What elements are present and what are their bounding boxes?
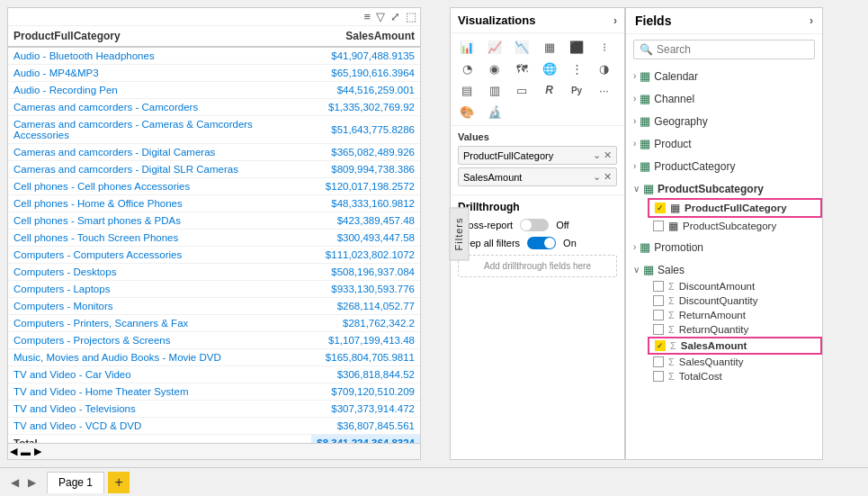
scroll-right-icon[interactable]: ▶ <box>34 446 41 457</box>
viz-matrix-icon[interactable]: ▥ <box>484 80 506 100</box>
field-group-header-sales[interactable]: ∨▦Sales <box>626 260 822 279</box>
dotted-border-icon[interactable]: ⬚ <box>406 10 416 23</box>
search-input[interactable] <box>657 43 809 56</box>
viz-title: Visualizations <box>458 14 535 27</box>
viz-bar-icon[interactable]: 📊 <box>456 37 478 57</box>
field-checkbox[interactable] <box>653 356 664 367</box>
chevron-icon: › <box>633 242 636 252</box>
viz-pie-icon[interactable]: ◔ <box>456 59 478 78</box>
field-group-productsubcategory: ∨▦ProductSubcategory✓▦ProductFullCategor… <box>626 177 822 236</box>
field-pill-category-expand[interactable]: ⌄ <box>593 149 601 161</box>
table-row: Computers - Projectors & Screens$1,107,1… <box>8 332 420 349</box>
field-checkbox[interactable]: ✓ <box>655 340 666 351</box>
table-row: Cameras and camcorders - Digital Cameras… <box>8 144 420 161</box>
table-cell-category: Computers - Desktops <box>8 264 311 281</box>
field-checkbox[interactable]: ✓ <box>655 203 666 213</box>
viz-line-icon[interactable]: 📈 <box>484 37 506 57</box>
nav-left-icon[interactable]: ◀ <box>7 474 22 491</box>
field-group-header-product[interactable]: ›▦Product <box>626 134 822 153</box>
field-item-salesquantity[interactable]: ΣSalesQuantity <box>648 355 822 369</box>
viz-area-icon[interactable]: 📉 <box>511 37 532 57</box>
field-group-header-productsubcategory[interactable]: ∨▦ProductSubcategory <box>626 179 822 198</box>
field-checkbox[interactable] <box>653 324 664 335</box>
field-item-salesamount[interactable]: ✓ΣSalesAmount <box>648 337 822 355</box>
table-cell-category: Computers - Laptops <box>8 281 311 298</box>
field-item-productsubcategory[interactable]: ▦ProductSubcategory <box>648 218 822 234</box>
field-group-header-geography[interactable]: ›▦Geography <box>626 112 822 131</box>
expand-icon[interactable]: ⤢ <box>390 10 400 23</box>
sigma-icon: Σ <box>668 324 675 335</box>
field-item-returnquantity[interactable]: ΣReturnQuantity <box>648 322 822 337</box>
filters-tab[interactable]: Filters <box>449 207 469 260</box>
viz-table-icon[interactable]: ▤ <box>456 80 478 100</box>
chevron-icon: › <box>633 139 636 149</box>
field-group-items: ✓▦ProductFullCategory▦ProductSubcategory <box>626 198 822 234</box>
field-checkbox[interactable] <box>653 371 664 382</box>
field-item-discountquantity[interactable]: ΣDiscountQuantity <box>648 293 822 308</box>
nav-right-icon[interactable]: ▶ <box>24 474 40 491</box>
col-header-sales[interactable]: SalesAmount <box>311 26 420 47</box>
total-label: Total <box>8 435 311 444</box>
viz-py-icon[interactable]: Py <box>566 80 587 100</box>
viz-expand-icon[interactable]: › <box>613 14 617 27</box>
cross-report-row: Cross-report Off <box>458 219 617 231</box>
field-checkbox[interactable] <box>653 281 664 292</box>
field-item-totalcost[interactable]: ΣTotalCost <box>648 369 822 383</box>
table-icon: ▦ <box>640 114 650 128</box>
field-group-header-productcategory[interactable]: ›▦ProductCategory <box>626 157 822 176</box>
viz-scatter-icon[interactable]: ⁝ <box>594 37 615 57</box>
viz-header: Visualizations › <box>451 8 624 33</box>
table-cell-category: TV and Video - VCD & DVD <box>8 418 311 435</box>
field-item-returnamount[interactable]: ΣReturnAmount <box>648 308 822 322</box>
field-pill-sales[interactable]: SalesAmount ⌄ ✕ <box>458 167 617 186</box>
viz-format-icon[interactable]: 🎨 <box>456 102 478 122</box>
hamburger-icon[interactable]: ≡ <box>363 10 371 23</box>
table-panel: ≡ ▽ ⤢ ⬚ ProductFullCategory SalesAmount … <box>7 7 421 460</box>
viz-col-icon[interactable]: ⬛ <box>566 37 587 57</box>
field-checkbox[interactable] <box>653 221 664 231</box>
table-scroll[interactable]: ProductFullCategory SalesAmount Audio - … <box>8 26 420 443</box>
field-pill-category[interactable]: ProductFullCategory ⌄ ✕ <box>458 146 617 165</box>
page-tab-1[interactable]: Page 1 <box>47 472 104 493</box>
search-box[interactable]: 🔍 <box>633 40 815 59</box>
add-page-button[interactable]: + <box>108 472 130 493</box>
viz-donut-icon[interactable]: ◉ <box>484 59 506 78</box>
field-checkbox[interactable] <box>653 295 664 306</box>
viz-analytics-icon[interactable]: 🔬 <box>484 102 506 122</box>
fields-expand-icon[interactable]: › <box>810 14 813 27</box>
viz-card-icon[interactable]: ▭ <box>511 80 532 100</box>
field-group-header-calendar[interactable]: ›▦Calendar <box>626 67 822 86</box>
drillthrough-title: Drillthrough <box>458 201 617 213</box>
field-item-productfullcategory[interactable]: ✓▦ProductFullCategory <box>648 198 822 218</box>
table-cell-sales: $809,994,738.386 <box>311 161 420 178</box>
scroll-left-icon[interactable]: ◀ <box>10 446 17 457</box>
field-name-label: SalesAmount <box>681 340 815 351</box>
table-row: Computers - Laptops$933,130,593.776 <box>8 281 420 298</box>
sigma-icon: Σ <box>668 371 675 382</box>
drillthrough-placeholder[interactable]: Add drillthrough fields here <box>458 255 617 277</box>
viz-map-icon[interactable]: 🗺 <box>511 59 532 78</box>
values-section: Values ProductFullCategory ⌄ ✕ SalesAmou… <box>451 126 624 195</box>
field-group-header-channel[interactable]: ›▦Channel <box>626 89 822 108</box>
field-pill-sales-remove[interactable]: ✕ <box>604 171 612 183</box>
col-header-category[interactable]: ProductFullCategory <box>8 26 311 47</box>
table-cell-category: TV and Video - Televisions <box>8 401 311 418</box>
table-cell-sales: $1,107,199,413.48 <box>311 332 420 349</box>
viz-gauge-icon[interactable]: ◑ <box>594 59 615 78</box>
viz-more-icon[interactable]: ··· <box>594 80 615 100</box>
field-pill-sales-expand[interactable]: ⌄ <box>593 171 601 183</box>
viz-globe-icon[interactable]: 🌐 <box>539 59 560 78</box>
field-group-calendar: ›▦Calendar <box>626 65 822 87</box>
field-item-discountamount[interactable]: ΣDiscountAmount <box>648 279 822 293</box>
field-group-header-promotion[interactable]: ›▦Promotion <box>626 238 822 257</box>
cross-report-toggle[interactable] <box>520 219 549 231</box>
field-pill-category-remove[interactable]: ✕ <box>604 149 612 161</box>
viz-stacked-icon[interactable]: ▦ <box>539 37 560 57</box>
table-cell-sales: $709,120,510.209 <box>311 383 420 401</box>
keep-filters-toggle[interactable] <box>527 237 556 249</box>
field-checkbox[interactable] <box>653 310 664 320</box>
table-icon: ▦ <box>643 263 654 276</box>
viz-funnel-icon[interactable]: ⋮ <box>566 59 587 78</box>
viz-R-icon[interactable]: R <box>539 80 560 100</box>
filter-icon[interactable]: ▽ <box>376 10 385 23</box>
